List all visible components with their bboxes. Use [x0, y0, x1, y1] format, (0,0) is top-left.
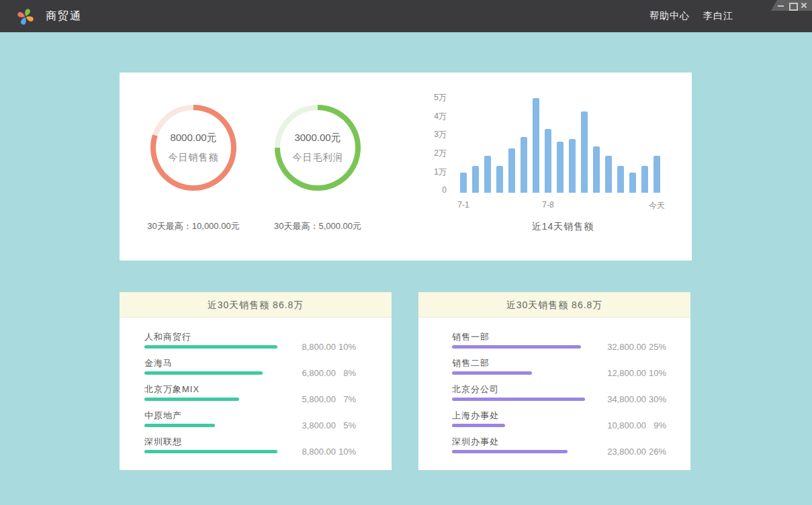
dept-rank-list: 销售一部32,800.0025%销售二部12,800.0010%北京分公司34,…	[418, 318, 690, 453]
rank-item-percent: 5%	[336, 420, 356, 430]
titlebar: 商贸通 帮助中心 李白江	[0, 0, 812, 32]
rank-item-bar	[452, 450, 568, 453]
daily-sales-bar	[653, 156, 660, 193]
rank-item-percent: 7%	[336, 394, 356, 404]
rank-row: 中原地产3,800.005%	[144, 410, 366, 427]
rank-item-figures: 34,800.0030%	[589, 394, 666, 404]
dept-rank-card: 近30天销售额 86.8万 销售一部32,800.0025%销售二部12,800…	[418, 292, 690, 470]
logo-petal-icon	[20, 17, 27, 26]
rank-item-percent: 10%	[646, 368, 666, 378]
window-controls	[771, 0, 812, 11]
rank-row: 销售一部32,800.0025%	[452, 331, 674, 349]
rank-row: 上海办事处10,800.009%	[452, 410, 674, 427]
y-axis-tick-label: 4万	[430, 111, 447, 121]
y-axis-tick-label: 5万	[430, 93, 447, 102]
rank-item-amount: 8,800.00	[279, 342, 336, 352]
rank-item-bar	[144, 398, 239, 401]
rank-item-bar	[452, 345, 581, 349]
daily-sales-bar	[593, 146, 600, 193]
daily-sales-bar	[605, 156, 612, 193]
minimize-button-icon[interactable]	[778, 2, 784, 9]
maximize-button-icon[interactable]	[789, 2, 795, 9]
rank-item-percent: 25%	[646, 342, 666, 352]
daily-sales-bar	[617, 166, 624, 193]
rank-item-amount: 3,800.00	[279, 420, 336, 430]
rank-item-figures: 23,800.0026%	[589, 447, 666, 457]
customer-rank-list: 人和商贸行8,800.0010%金海马6,800.008%北京万象MIX5,80…	[120, 318, 392, 453]
customer-rank-card: 近30天销售额 86.8万 人和商贸行8,800.0010%金海马6,800.0…	[120, 292, 392, 470]
x-axis-tick-label: 7-8	[542, 200, 553, 210]
rank-item-amount: 34,800.00	[589, 394, 646, 404]
rank-item-percent: 8%	[336, 368, 356, 378]
daily-sales-bar	[581, 111, 588, 193]
rank-item-amount: 32,800.00	[589, 342, 646, 352]
daily-sales-bar	[496, 166, 503, 193]
x-axis-tick-label: 今天	[649, 200, 665, 212]
profit-30day-max: 30天最高：5,000.00元	[244, 220, 392, 232]
rank-item-amount: 5,800.00	[279, 394, 336, 404]
rank-item-percent: 9%	[646, 420, 666, 430]
rank-item-figures: 8,800.0010%	[279, 447, 356, 457]
daily-sales-bar	[521, 137, 527, 193]
rank-item-bar	[144, 371, 263, 375]
rank-row: 深圳办事处23,800.0026%	[452, 436, 674, 453]
daily-sales-bar	[472, 166, 479, 193]
rank-item-bar	[144, 424, 215, 427]
y-axis-tick-label: 2万	[430, 148, 447, 158]
bar-chart-title: 近14天销售额	[460, 221, 666, 233]
rank-item-amount: 8,800.00	[279, 447, 336, 457]
rank-item-amount: 10,800.00	[589, 420, 646, 430]
rank-item-bar	[144, 450, 277, 453]
rank-item-figures: 3,800.005%	[279, 420, 356, 430]
logo-petal-icon	[24, 8, 31, 17]
rank-row: 销售二部12,800.0010%	[452, 357, 674, 375]
rank-row: 北京分公司34,800.0030%	[452, 383, 674, 401]
rank-row: 北京万象MIX5,800.007%	[144, 383, 366, 401]
help-center-link[interactable]: 帮助中心	[649, 10, 690, 22]
logo-petal-icon	[17, 11, 26, 18]
rank-item-figures: 6,800.008%	[279, 368, 356, 378]
rank-item-percent: 10%	[336, 447, 356, 457]
sales-14day-bar-chart: 5万4万3万2万1万0 7-17-8今天 近14天销售额	[430, 91, 678, 246]
rank-item-figures: 8,800.0010%	[279, 342, 356, 352]
bar-chart-bars	[460, 91, 666, 193]
rank-item-bar	[144, 345, 277, 349]
daily-sales-bar	[629, 173, 636, 193]
daily-sales-bar	[569, 139, 576, 193]
rank-row: 金海马6,800.008%	[144, 357, 366, 375]
app-title: 商贸通	[46, 0, 82, 32]
today-sales-label: 今日销售额	[169, 152, 219, 164]
overview-card: 8000.00元 今日销售额 30天最高：10,000.00元 3000.00元…	[120, 73, 692, 261]
rank-item-bar	[452, 398, 585, 401]
rank-item-bar	[452, 371, 532, 375]
daily-sales-bar	[508, 148, 515, 193]
daily-sales-bar	[545, 129, 551, 193]
rank-item-amount: 12,800.00	[589, 368, 646, 378]
rank-item-figures: 12,800.0010%	[589, 368, 666, 378]
rank-item-figures: 5,800.007%	[279, 394, 356, 404]
rank-item-percent: 26%	[646, 447, 666, 457]
y-axis-tick-label: 3万	[430, 130, 447, 139]
daily-sales-bar	[484, 156, 491, 193]
close-button-icon[interactable]	[801, 2, 807, 9]
today-sales-donut-center: 8000.00元 今日销售额	[150, 105, 236, 191]
logo-petals	[17, 8, 34, 25]
daily-sales-bar	[557, 142, 563, 193]
daily-sales-bar	[460, 173, 467, 193]
rank-item-percent: 30%	[646, 394, 666, 404]
rank-item-percent: 10%	[336, 342, 356, 352]
rank-item-figures: 32,800.0025%	[589, 342, 666, 352]
rank-item-figures: 10,800.009%	[589, 420, 666, 430]
y-axis-tick-label: 0	[430, 185, 447, 195]
titlebar-links: 帮助中心 李白江	[649, 0, 733, 32]
today-sales-value: 8000.00元	[170, 132, 216, 144]
x-axis-tick-label: 7-1	[457, 200, 469, 210]
daily-sales-bar	[641, 166, 648, 193]
rank-item-amount: 23,800.00	[589, 447, 646, 457]
rank-item-amount: 6,800.00	[279, 368, 336, 378]
today-profit-donut: 3000.00元 今日毛利润	[275, 105, 361, 191]
username-menu[interactable]: 李白江	[703, 10, 733, 22]
y-axis-tick-label: 1万	[430, 167, 447, 177]
pinwheel-logo-icon	[16, 7, 35, 26]
today-profit-label: 今日毛利润	[293, 152, 343, 164]
